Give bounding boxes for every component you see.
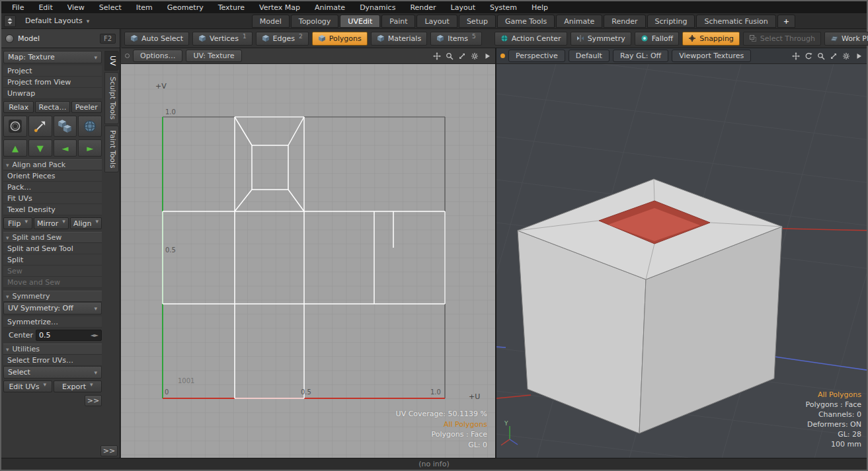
viewport-textures-dropdown[interactable]: Viewport Textures — [672, 50, 751, 62]
panel-menu-icon[interactable] — [855, 52, 863, 60]
uv-symmetry-dropdown[interactable]: UV Symmetry: Off — [3, 302, 102, 314]
vtab-paint-tools[interactable]: Paint Tools — [104, 126, 119, 173]
menu-layout[interactable]: Layout — [444, 2, 482, 13]
uv-sphere-tool-button[interactable] — [78, 116, 102, 137]
align-dropdown[interactable]: Align▾ — [70, 217, 102, 229]
menu-animate[interactable]: Animate — [308, 2, 352, 13]
spinner-icon[interactable]: ◄► — [91, 332, 99, 338]
fit-uvs-command[interactable]: Fit UVs — [3, 193, 102, 204]
menu-vertex-map[interactable]: Vertex Map — [253, 2, 307, 13]
layout-tab-paint[interactable]: Paint — [381, 15, 415, 28]
symmetrize-command[interactable]: Symmetrize… — [3, 316, 102, 328]
select-dropdown[interactable]: Select — [3, 366, 102, 379]
shading-style-dropdown[interactable]: Default — [569, 50, 610, 62]
uv-canvas[interactable]: +V 1.0 0.5 0 0.5 1.0 +U 1001 — [121, 64, 495, 458]
viewport-state-icon[interactable] — [500, 54, 505, 58]
map-selector-dropdown[interactable]: Map: Texture — [3, 51, 102, 63]
symmetry-button[interactable]: Symmetry — [571, 32, 631, 46]
action-center-button[interactable]: Action Center — [494, 32, 567, 46]
center-value-field[interactable]: 0.5◄► — [36, 330, 102, 341]
zoom-icon[interactable] — [446, 52, 454, 60]
ray-gl-dropdown[interactable]: Ray GL: Off — [613, 50, 668, 62]
pan-icon[interactable] — [792, 52, 800, 60]
sidebar-more-button[interactable]: >> — [85, 395, 102, 406]
texel-density-command[interactable]: Texel Density — [3, 204, 102, 215]
layout-tab-uvedit[interactable]: UVEdit — [340, 15, 380, 28]
layout-tab-layout[interactable]: Layout — [416, 15, 457, 28]
materials-mode-button[interactable]: Materials — [371, 32, 427, 46]
uv-pack-tool-button[interactable] — [54, 116, 77, 137]
layout-tab-topology[interactable]: Topology — [291, 15, 339, 28]
project-from-view-command[interactable]: Project from View — [3, 77, 102, 88]
items-mode-button[interactable]: Items5 — [430, 32, 482, 46]
panel-menu-icon[interactable] — [483, 52, 491, 60]
maximize-icon[interactable] — [830, 52, 838, 60]
shift-left-button[interactable]: ◄ — [54, 139, 77, 157]
uv-projection-tool-button[interactable] — [3, 116, 27, 137]
menu-geometry[interactable]: Geometry — [161, 2, 210, 13]
export-dropdown[interactable]: Export▾ — [54, 380, 102, 392]
gear-icon[interactable] — [842, 52, 850, 60]
shift-right-button[interactable]: ► — [78, 139, 102, 157]
orbit-icon[interactable] — [805, 52, 812, 60]
vtab-sculpt-tools[interactable]: Sculpt Tools — [104, 72, 119, 124]
menu-texture[interactable]: Texture — [212, 2, 251, 13]
menu-help[interactable]: Help — [525, 2, 555, 13]
select-error-uvs-command[interactable]: Select Error UVs… — [3, 355, 102, 366]
unwrap-command[interactable]: Unwrap — [3, 88, 102, 99]
layout-tab-scripting[interactable]: Scripting — [647, 15, 695, 28]
menu-render[interactable]: Render — [403, 2, 442, 13]
select-through-button[interactable]: Select Through — [743, 32, 821, 46]
perspective-view-dropdown[interactable]: Perspective — [508, 50, 565, 62]
split-command[interactable]: Split — [3, 254, 102, 266]
menu-file[interactable]: File — [5, 2, 30, 13]
layout-popup-button[interactable] — [4, 15, 16, 27]
snapping-button[interactable]: Snapping — [682, 32, 740, 46]
maximize-icon[interactable] — [458, 52, 466, 60]
uv-options-button[interactable]: Options… — [133, 50, 182, 62]
uv-texture-tab[interactable]: UV: Texture — [186, 50, 241, 62]
layout-tab-schematic-fusion[interactable]: Schematic Fusion — [696, 15, 775, 28]
menu-view[interactable]: View — [61, 2, 91, 13]
pack-command[interactable]: Pack… — [3, 182, 102, 193]
polygons-mode-button[interactable]: Polygons — [312, 32, 368, 46]
menu-edit[interactable]: Edit — [32, 2, 59, 13]
perspective-viewport[interactable]: Perspective Default Ray GL: Off Viewport… — [495, 48, 867, 458]
orient-pieces-command[interactable]: Orient Pieces — [3, 170, 102, 182]
panel-state-icon[interactable] — [125, 54, 130, 58]
menu-dynamics[interactable]: Dynamics — [353, 2, 402, 13]
split-and-sew-section-header[interactable]: Split and Sew — [3, 232, 102, 243]
rectangle-button[interactable]: Recta… — [35, 101, 69, 113]
symmetry-section-header[interactable]: Symmetry — [3, 291, 102, 302]
layout-tab-setup[interactable]: Setup — [459, 15, 496, 28]
layout-switcher-dropdown[interactable]: Default Layouts — [20, 15, 95, 26]
layout-tab-model[interactable]: Model — [252, 15, 290, 28]
utilities-section-header[interactable]: Utilities — [3, 344, 102, 355]
shift-down-button[interactable]: ▼ — [28, 139, 52, 157]
layout-tab-render[interactable]: Render — [604, 15, 645, 28]
menu-system[interactable]: System — [483, 2, 524, 13]
uv-pin-tool-button[interactable] — [28, 116, 52, 137]
vertices-mode-button[interactable]: Vertices1 — [192, 32, 253, 46]
work-plane-button[interactable]: Work Plane — [824, 32, 868, 46]
split-and-sew-tool-command[interactable]: Split and Sew Tool — [3, 243, 102, 254]
uv-editor-panel[interactable]: Options… UV: Texture — [121, 48, 495, 458]
menu-item[interactable]: Item — [130, 2, 159, 13]
sidebar-bottom-more-button[interactable]: >> — [100, 445, 118, 456]
auto-select-button[interactable]: Auto Select — [124, 32, 189, 46]
gear-icon[interactable] — [471, 52, 479, 60]
vtab-uv[interactable]: UV — [104, 51, 119, 71]
zoom-icon[interactable] — [817, 52, 825, 60]
flip-dropdown[interactable]: Flip▾ — [3, 217, 32, 229]
layout-tab-game-tools[interactable]: Game Tools — [497, 15, 555, 28]
shift-up-button[interactable]: ▲ — [3, 139, 27, 157]
edges-mode-button[interactable]: Edges2 — [256, 32, 309, 46]
align-and-pack-section-header[interactable]: Align and Pack — [3, 159, 102, 170]
add-layout-tab-button[interactable]: + — [777, 15, 795, 28]
layout-tab-animate[interactable]: Animate — [556, 15, 602, 28]
menu-select[interactable]: Select — [93, 2, 128, 13]
relax-button[interactable]: Relax — [3, 101, 34, 113]
project-command[interactable]: Project — [3, 65, 102, 77]
peeler-button[interactable]: Peeler — [71, 101, 102, 113]
mirror-dropdown[interactable]: Mirror▾ — [34, 217, 69, 229]
